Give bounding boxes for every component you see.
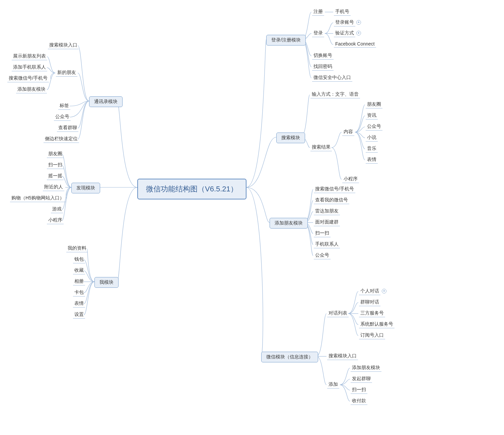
discover-games[interactable]: 游戏 bbox=[51, 205, 63, 213]
contacts-sidebar-locate[interactable]: 侧边栏快速定位 bbox=[44, 135, 79, 143]
addfriend-radar[interactable]: 雷达加朋友 bbox=[314, 207, 340, 215]
wechat-add[interactable]: 添加 bbox=[327, 381, 339, 388]
newfriends-search-id[interactable]: 搜索微信号/手机号 bbox=[7, 75, 49, 82]
me-profile[interactable]: 我的资料 bbox=[66, 245, 88, 252]
addfriend-search-id[interactable]: 搜索微信号/手机号 bbox=[314, 185, 355, 193]
addfriend-my-id[interactable]: 查看我的微信号 bbox=[314, 196, 349, 204]
search-content[interactable]: 内容 bbox=[342, 128, 354, 136]
add-groupchat[interactable]: 发起群聊 bbox=[351, 375, 372, 383]
search-content-music[interactable]: 音乐 bbox=[366, 145, 378, 153]
add-pay[interactable]: 收付款 bbox=[351, 397, 367, 405]
discover-mini[interactable]: 小程序 bbox=[47, 216, 64, 224]
search-input[interactable]: 输入方式：文字、语音 bbox=[310, 91, 360, 98]
chatlist-group[interactable]: 群聊对话 bbox=[359, 298, 380, 306]
auth-register[interactable]: 注册 bbox=[312, 8, 324, 16]
auth-register-phone[interactable]: 手机号 bbox=[334, 8, 351, 16]
discover-moments[interactable]: 朋友圈 bbox=[47, 150, 64, 158]
search-content-novel[interactable]: 小说 bbox=[366, 134, 378, 142]
chatlist-system[interactable]: 系统默认服务号 bbox=[359, 321, 394, 328]
me-cards[interactable]: 卡包 bbox=[73, 289, 85, 296]
auth-security[interactable]: 微信安全中心入口 bbox=[312, 74, 352, 82]
chatlist-personal[interactable]: 个人对话 bbox=[359, 287, 380, 295]
contacts-new-friends[interactable]: 新的朋友 bbox=[56, 69, 77, 77]
me-wallet[interactable]: 钱包 bbox=[73, 256, 85, 263]
root-node[interactable]: 微信功能结构图（V6.5.21） bbox=[137, 179, 246, 199]
me-module[interactable]: 我模块 bbox=[94, 277, 119, 288]
me-favorites[interactable]: 收藏 bbox=[73, 267, 85, 274]
search-result[interactable]: 搜索结果 bbox=[310, 144, 332, 151]
wechat-search-entry[interactable]: 搜索模块入口 bbox=[327, 352, 358, 360]
contacts-module[interactable]: 通讯录模块 bbox=[89, 96, 123, 107]
contacts-view-groups[interactable]: 查看群聊 bbox=[57, 124, 78, 132]
expand-icon[interactable]: + bbox=[356, 31, 361, 35]
search-mini[interactable]: 小程序 bbox=[342, 175, 359, 183]
auth-login-fb[interactable]: Facebook Connect bbox=[334, 40, 376, 48]
expand-icon[interactable]: + bbox=[356, 20, 361, 25]
addfriend-phone-contacts[interactable]: 手机联系人 bbox=[314, 241, 340, 248]
auth-module[interactable]: 登录/注册模块 bbox=[266, 35, 306, 46]
chatlist-subscribe[interactable]: 订阅号入口 bbox=[359, 332, 385, 339]
add-addfriend[interactable]: 添加朋友模块 bbox=[351, 364, 381, 372]
me-settings[interactable]: 设置 bbox=[73, 311, 85, 319]
connector-lines bbox=[0, 0, 504, 435]
newfriends-show-list[interactable]: 展示新朋友列表 bbox=[12, 53, 47, 60]
auth-login[interactable]: 登录 bbox=[312, 29, 324, 37]
expand-icon[interactable]: + bbox=[382, 289, 386, 293]
discover-shake[interactable]: 摇一摇 bbox=[47, 172, 64, 180]
auth-forgot[interactable]: 找回密码 bbox=[312, 63, 334, 71]
auth-login-verify[interactable]: 验证方式 bbox=[334, 29, 355, 37]
chatlist-thirdparty[interactable]: 三方服务号 bbox=[359, 310, 385, 317]
newfriends-add-phone[interactable]: 添加手机联系人 bbox=[12, 64, 47, 71]
wechat-module[interactable]: 微信模块（信息连接） bbox=[261, 352, 318, 362]
discover-nearby[interactable]: 附近的人 bbox=[43, 183, 64, 191]
contacts-official[interactable]: 公众号 bbox=[54, 113, 71, 121]
addfriend-f2f[interactable]: 面对面建群 bbox=[314, 219, 340, 226]
auth-switch[interactable]: 切换账号 bbox=[312, 52, 334, 60]
me-album[interactable]: 相册 bbox=[73, 278, 85, 285]
me-sticker[interactable]: 表情 bbox=[73, 300, 85, 308]
contacts-search-entry[interactable]: 搜索模块入口 bbox=[48, 41, 79, 49]
search-content-sticker[interactable]: 表情 bbox=[366, 156, 378, 164]
auth-login-account[interactable]: 登录账号 bbox=[334, 19, 355, 26]
add-scan[interactable]: 扫一扫 bbox=[351, 386, 367, 394]
newfriends-add-module[interactable]: 添加朋友模块 bbox=[16, 86, 47, 93]
search-module[interactable]: 搜索模块 bbox=[276, 133, 305, 143]
search-content-official[interactable]: 公众号 bbox=[366, 123, 382, 130]
addfriend-module[interactable]: 添加朋友模块 bbox=[270, 218, 308, 229]
search-content-news[interactable]: 资讯 bbox=[366, 112, 378, 119]
discover-module[interactable]: 发现模块 bbox=[71, 183, 100, 193]
addfriend-official[interactable]: 公众号 bbox=[314, 252, 331, 259]
contacts-tags[interactable]: 标签 bbox=[58, 102, 70, 110]
search-content-moments[interactable]: 朋友圈 bbox=[366, 101, 382, 108]
wechat-chatlist[interactable]: 对话列表 bbox=[327, 310, 349, 317]
discover-shop[interactable]: 购物（H5购物网站入口） bbox=[10, 194, 66, 202]
discover-scan[interactable]: 扫一扫 bbox=[47, 161, 64, 169]
addfriend-scan[interactable]: 扫一扫 bbox=[314, 230, 331, 237]
